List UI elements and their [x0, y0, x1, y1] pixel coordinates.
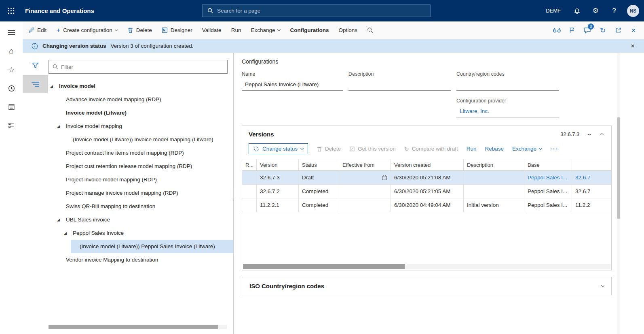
tree-item[interactable]: (Invoice model (Litware)) Invoice model … — [64, 133, 233, 146]
close-icon[interactable]: × — [626, 23, 641, 38]
refresh-icon[interactable]: ↻ — [595, 23, 610, 38]
base-cell[interactable]: Peppol Sales I... — [524, 198, 572, 212]
tree-item[interactable]: Invoice model (Litware) — [57, 106, 233, 119]
column-header-version[interactable]: Version — [257, 159, 299, 170]
column-header-version-created[interactable]: Version created — [391, 159, 464, 170]
run-version-button[interactable]: Run — [467, 146, 477, 152]
record-cell[interactable] — [242, 171, 257, 184]
version-cell[interactable]: 32.6.7.3 — [257, 171, 299, 184]
workspaces-icon[interactable] — [3, 118, 19, 133]
tree-expanded-icon[interactable]: ◢ — [57, 218, 66, 222]
help-icon[interactable]: ? — [606, 3, 622, 19]
app-launcher-icon[interactable] — [0, 0, 22, 21]
column-header-description[interactable]: Description — [464, 159, 524, 170]
home-icon[interactable]: ⌂ — [3, 43, 19, 59]
version-cell[interactable]: 11.2.2.1 — [257, 198, 299, 212]
settings-gear-icon[interactable]: ⚙ — [587, 3, 604, 19]
run-button[interactable]: Run — [231, 27, 241, 33]
base-version-cell[interactable]: 11.2.2 — [572, 198, 611, 212]
tree-expanded-icon[interactable]: ◢ — [64, 231, 73, 235]
commandbar-search-icon[interactable] — [367, 27, 373, 33]
tree-item[interactable]: ◢ UBL Sales invoice — [57, 213, 233, 226]
tree-item[interactable]: ◢ Invoice model mapping — [57, 119, 233, 133]
column-header-record[interactable]: R... — [242, 159, 257, 170]
version-row[interactable]: 11.2.2.1 Completed 6/30/2020 04:49:04 AM… — [242, 198, 611, 212]
user-avatar[interactable]: NS — [627, 5, 639, 17]
tab-options[interactable]: Options — [338, 27, 357, 33]
page-vertical-scrollbar[interactable] — [617, 53, 620, 334]
delete-button[interactable]: Delete — [127, 27, 152, 33]
grid-horizontal-scrollbar[interactable] — [243, 264, 610, 269]
tree-filter-field[interactable] — [49, 60, 228, 74]
version-created-cell[interactable]: 6/30/2020 05:21:05 AM — [391, 185, 464, 198]
effective-from-cell[interactable] — [339, 198, 391, 212]
calendar-icon[interactable] — [382, 175, 387, 181]
iso-country-codes-section[interactable]: ISO Country/region codes — [242, 277, 612, 295]
status-cell[interactable]: Completed — [299, 185, 339, 198]
provider-link[interactable]: Litware, Inc. — [456, 106, 559, 117]
column-header-effective-from[interactable]: Effective from — [339, 159, 391, 170]
views-icon[interactable] — [549, 23, 564, 38]
tree-expanded-icon[interactable]: ◢ — [50, 84, 59, 88]
more-commands-icon[interactable]: ··· — [550, 145, 559, 152]
description-cell[interactable] — [464, 185, 524, 198]
tree-item[interactable]: Advance invoice model mapping (RDP) — [57, 93, 233, 106]
tree-item[interactable]: Project cust retention release model map… — [57, 160, 233, 173]
designer-button[interactable]: Designer — [162, 27, 192, 33]
version-row-selected[interactable]: 32.6.7.3 Draft 6/30/2020 05:21:08 AM Pep… — [242, 171, 611, 185]
favorites-star-icon[interactable]: ☆ — [3, 62, 19, 77]
messages-icon[interactable]: 0 — [580, 23, 595, 38]
tree-view-toggle-icon[interactable] — [23, 75, 48, 93]
exchange-menu-button[interactable]: Exchange — [251, 27, 280, 33]
version-row[interactable]: 32.6.7.2 Completed 6/30/2020 05:21:05 AM… — [242, 185, 611, 198]
collapse-section-icon[interactable] — [599, 130, 605, 138]
filter-funnel-icon[interactable] — [27, 58, 43, 73]
global-search[interactable] — [202, 4, 431, 17]
base-version-cell[interactable]: 32.6.7 — [572, 185, 611, 198]
tree-item[interactable]: ◢ Invoice model — [50, 79, 233, 93]
open-in-new-window-icon[interactable] — [611, 23, 625, 38]
chevron-down-icon[interactable] — [601, 284, 604, 287]
description-cell[interactable] — [464, 171, 524, 184]
effective-from-cell[interactable] — [339, 185, 391, 198]
forms-icon[interactable] — [3, 99, 19, 115]
flag-icon[interactable] — [565, 23, 579, 38]
tree-item[interactable]: Swiss QR-Bill mapping to destination — [57, 200, 233, 213]
version-created-cell[interactable]: 6/30/2020 05:21:08 AM — [391, 171, 464, 184]
tree-expanded-icon[interactable]: ◢ — [57, 124, 66, 128]
record-cell[interactable] — [242, 198, 257, 212]
country-codes-field[interactable] — [456, 80, 559, 91]
tree-filter-input[interactable] — [61, 64, 224, 70]
change-status-button[interactable]: Change status — [249, 143, 308, 154]
validate-button[interactable]: Validate — [202, 27, 222, 33]
tree-item[interactable]: Project manage invoice model mapping (RD… — [57, 186, 233, 200]
search-input[interactable] — [217, 8, 425, 14]
base-version-link[interactable]: 32.6.7 — [575, 174, 591, 181]
exchange-version-button[interactable]: Exchange — [512, 146, 542, 152]
column-header-base[interactable]: Base — [524, 159, 572, 170]
base-link[interactable]: Peppol Sales I... — [528, 174, 567, 181]
rebase-button[interactable]: Rebase — [485, 146, 504, 152]
description-cell[interactable]: Initial version — [464, 198, 524, 212]
tree-item[interactable]: Project invoice model mapping (RDP) — [57, 173, 233, 186]
tree-item[interactable]: Vendor invoice Mapping to destination — [57, 253, 233, 266]
create-configuration-button[interactable]: + Create configuration — [56, 26, 118, 34]
description-field[interactable] — [348, 80, 451, 91]
name-field[interactable]: Peppol Sales Invoice (Litware) — [242, 80, 343, 91]
edit-button[interactable]: Edit — [28, 27, 46, 33]
tree-item[interactable]: Project contract line items model mappin… — [57, 146, 233, 160]
tree-item[interactable]: ◢ Peppol Sales Invoice — [64, 226, 233, 240]
version-cell[interactable]: 32.6.7.2 — [257, 185, 299, 198]
version-created-cell[interactable]: 6/30/2020 04:49:04 AM — [391, 198, 464, 212]
company-picker[interactable]: DEMF — [546, 8, 561, 14]
column-header-status[interactable]: Status — [299, 159, 339, 170]
hamburger-menu-icon[interactable] — [3, 25, 19, 40]
message-bar-close-icon[interactable]: × — [627, 42, 638, 50]
record-cell[interactable] — [242, 185, 257, 198]
base-cell[interactable]: Peppol Sales I... — [524, 185, 572, 198]
tree-horizontal-scrollbar[interactable] — [49, 325, 227, 329]
status-cell[interactable]: Draft — [299, 171, 339, 184]
column-header-base-version[interactable] — [572, 159, 611, 170]
tab-configurations[interactable]: Configurations — [290, 27, 329, 33]
status-cell[interactable]: Completed — [299, 198, 339, 212]
